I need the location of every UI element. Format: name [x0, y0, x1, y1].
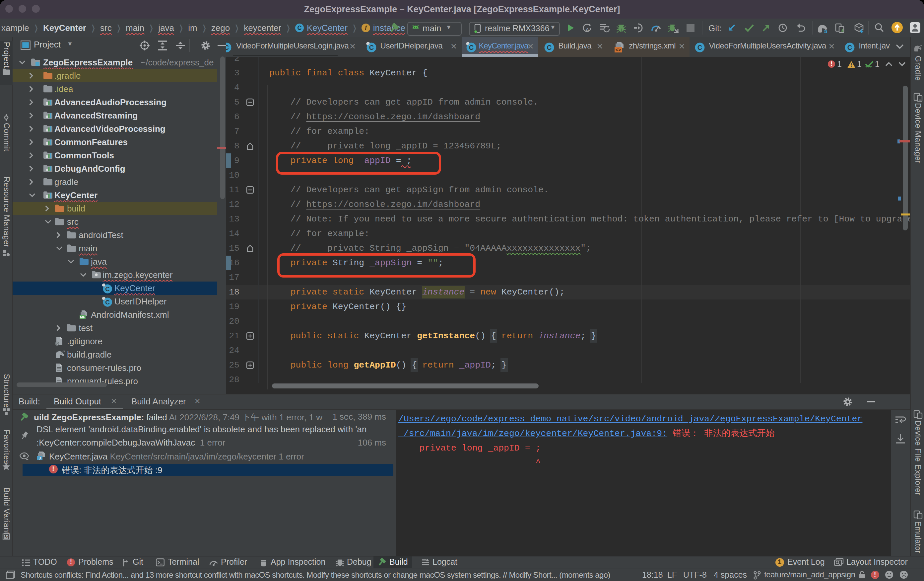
svg-text:C: C	[847, 44, 852, 51]
svg-text:C: C	[698, 44, 702, 51]
svg-text:J: J	[39, 456, 41, 460]
svg-text:C: C	[469, 44, 473, 51]
svg-text:C: C	[106, 299, 110, 306]
svg-text:A: A	[586, 27, 589, 32]
svg-text:C: C	[226, 44, 229, 51]
svg-text:<>: <>	[615, 48, 621, 53]
svg-text:C: C	[369, 44, 373, 51]
svg-text:C: C	[106, 286, 110, 293]
svg-text:C: C	[547, 44, 551, 51]
svg-text:MF: MF	[80, 315, 85, 319]
